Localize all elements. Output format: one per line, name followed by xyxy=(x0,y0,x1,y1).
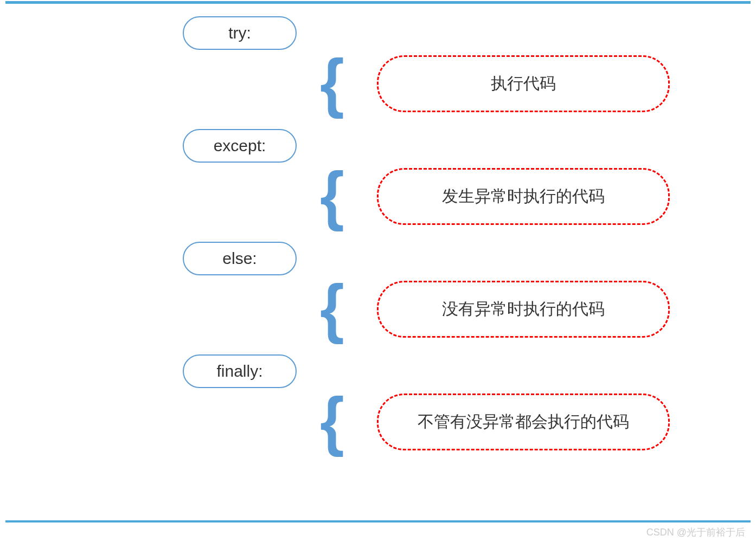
keyword-else-label: else: xyxy=(222,249,257,268)
desc-else: 没有异常时执行的代码 xyxy=(377,281,670,338)
watermark: CSDN @光于前裕于后 xyxy=(646,526,745,539)
keyword-finally: finally: xyxy=(183,354,297,388)
brace-icon: { xyxy=(320,275,344,341)
keyword-try-label: try: xyxy=(228,24,251,42)
desc-except-text: 发生异常时执行的代码 xyxy=(442,185,605,208)
keyword-except-label: except: xyxy=(214,137,266,155)
brace-icon: { xyxy=(320,388,344,454)
brace-icon: { xyxy=(320,163,344,228)
desc-try: 执行代码 xyxy=(377,55,670,112)
keyword-else: else: xyxy=(183,242,297,275)
keyword-except: except: xyxy=(183,129,297,163)
keyword-try: try: xyxy=(183,16,297,50)
desc-except: 发生异常时执行的代码 xyxy=(377,168,670,225)
desc-finally: 不管有没异常都会执行的代码 xyxy=(377,393,670,450)
top-divider xyxy=(5,1,751,4)
desc-try-text: 执行代码 xyxy=(491,73,556,95)
desc-finally-text: 不管有没异常都会执行的代码 xyxy=(418,411,629,433)
desc-else-text: 没有异常时执行的代码 xyxy=(442,298,605,320)
bottom-divider xyxy=(5,520,751,522)
brace-icon: { xyxy=(320,50,344,115)
keyword-finally-label: finally: xyxy=(216,362,262,380)
watermark-text: CSDN @光于前裕于后 xyxy=(646,527,745,538)
